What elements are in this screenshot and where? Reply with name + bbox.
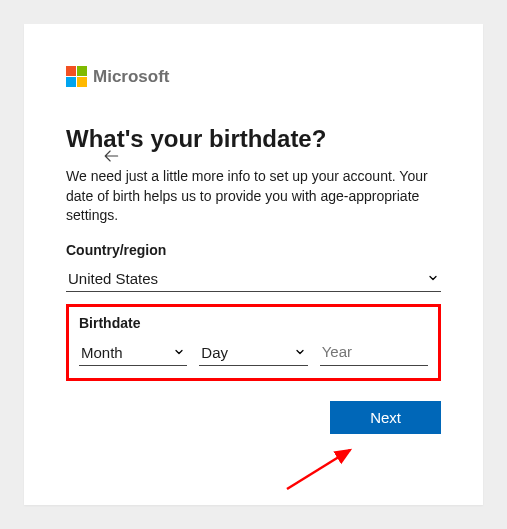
country-value: United States [68,270,158,287]
birthdate-label: Birthdate [79,315,428,331]
next-button[interactable]: Next [330,401,441,434]
arrow-left-icon [101,146,121,166]
chevron-down-icon [294,346,306,358]
page-description: We need just a little more info to set u… [66,167,441,226]
year-input-wrapper [320,339,428,366]
birthdate-fields: Month Day [79,339,428,366]
day-select[interactable]: Day [199,340,307,366]
chevron-down-icon [427,272,439,284]
year-input[interactable] [322,343,426,360]
country-select[interactable]: United States [66,266,441,292]
chevron-down-icon [173,346,185,358]
birthdate-highlight-box: Birthdate Month Day [66,304,441,381]
month-select[interactable]: Month [79,340,187,366]
signup-card: Microsoft What's your birthdate? We need… [24,24,483,505]
day-value: Day [201,344,228,361]
page-title: What's your birthdate? [66,125,441,153]
country-label: Country/region [66,242,441,258]
back-button[interactable] [101,146,121,166]
month-value: Month [81,344,123,361]
microsoft-logo-icon [66,66,87,87]
brand-name: Microsoft [93,67,170,87]
brand-row: Microsoft [66,66,441,87]
